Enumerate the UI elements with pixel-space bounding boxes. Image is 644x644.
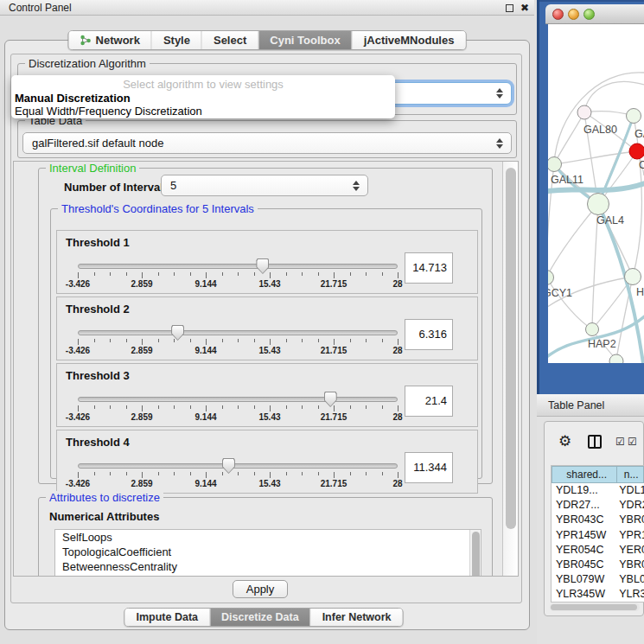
attribute-list-item[interactable]: BetweennessCentrality: [55, 559, 481, 574]
network-view-canvas[interactable]: GAL80GACGAL11GAL4GCY1HHAP2: [548, 24, 644, 363]
tab-cyni-toolbox[interactable]: Cyni Toolbox: [258, 31, 352, 49]
combo-stepper-icon[interactable]: [352, 181, 360, 191]
table-cell[interactable]: YDR2: [617, 498, 644, 513]
checkbox-icon[interactable]: ☑: [615, 436, 625, 448]
bottom-node[interactable]: [609, 354, 623, 363]
network-window-titlebar[interactable]: [545, 4, 644, 24]
list-scrollbar[interactable]: [469, 530, 481, 577]
HAP2-node[interactable]: [586, 323, 599, 336]
tab-style[interactable]: Style: [152, 31, 202, 49]
threshold-slider[interactable]: [78, 330, 398, 335]
network-edge[interactable]: [548, 204, 598, 277]
red-node[interactable]: [629, 143, 644, 159]
float-window-icon[interactable]: [506, 4, 513, 12]
table-cell[interactable]: YBR0: [617, 513, 644, 527]
table-row[interactable]: YLR345WYLR3: [552, 587, 644, 602]
H-node[interactable]: [625, 269, 641, 285]
attribute-list-item[interactable]: SelfLoops: [55, 530, 481, 545]
tab-discretize-data[interactable]: Discretize Data: [210, 609, 311, 626]
slider-scale-labels: -3.4262.8599.14415.4321.71528: [78, 346, 398, 356]
network-edge[interactable]: [554, 151, 637, 164]
tab-jactivemnodules[interactable]: jActiveMNodules: [353, 31, 466, 49]
network-edge[interactable]: [584, 81, 644, 112]
network-edge[interactable]: [548, 314, 644, 360]
slider-ticks: [78, 472, 398, 479]
table-cell[interactable]: YIL0: [617, 603, 644, 603]
node-label: GAL11: [551, 174, 583, 186]
table-cell[interactable]: YDL1: [617, 483, 644, 498]
table-scrollbar-thumb[interactable]: [551, 604, 637, 610]
table-cell[interactable]: YBL0: [617, 572, 644, 587]
table-row[interactable]: YIL052CYIL0: [552, 603, 644, 603]
table-cell[interactable]: YBR0: [617, 558, 644, 572]
table-cell[interactable]: YLR3: [617, 587, 644, 602]
minimize-traffic-light-icon[interactable]: [568, 9, 579, 20]
gear-icon[interactable]: ⚙: [558, 432, 571, 450]
threshold-value-field[interactable]: 6.316: [405, 319, 453, 350]
table-cell[interactable]: YIL052C: [552, 603, 617, 603]
network-edge[interactable]: [548, 277, 592, 329]
checkbox-icon[interactable]: ☑: [628, 436, 637, 448]
table-row[interactable]: YDR27...YDR2: [552, 498, 644, 513]
GCY1-node[interactable]: [548, 271, 554, 285]
GAL11-node[interactable]: [548, 157, 562, 172]
threshold-slider[interactable]: [78, 463, 398, 469]
popup-option-equal-width[interactable]: Equal Width/Frequency Discretization: [15, 105, 202, 118]
number-of-intervals-combobox[interactable]: 5: [161, 175, 368, 196]
settings-scrollbar-thumb[interactable]: [506, 168, 516, 529]
interval-definition-groupbox: Interval Definition Number of Intervals …: [38, 168, 493, 484]
GAL80-node[interactable]: [577, 105, 591, 119]
scale-tick-label: 2.859: [131, 479, 152, 488]
apply-button[interactable]: Apply: [233, 580, 288, 598]
threshold-slider[interactable]: [78, 264, 398, 269]
tab-infer-network[interactable]: Infer Network: [311, 609, 403, 626]
table-data-combobox[interactable]: galFiltered.sif default node: [22, 132, 512, 154]
threshold-panel: Threshold 2 -3.4262.8599.14415.4321.7152…: [56, 296, 478, 360]
table-cell[interactable]: YPR1: [617, 528, 644, 543]
table-cell[interactable]: YDR27...: [552, 498, 617, 513]
settings-scrollbar[interactable]: [502, 162, 518, 576]
tab-label: jActiveMNodules: [364, 34, 455, 47]
table-row[interactable]: YER054CYER0: [552, 543, 644, 558]
tab-network[interactable]: Network: [69, 31, 152, 49]
scale-tick-label: -3.426: [66, 412, 90, 422]
slider-ticks: [78, 339, 398, 346]
table-row[interactable]: YBR043CYBR0: [552, 513, 644, 527]
table-cell[interactable]: YBL079W: [552, 572, 617, 587]
table-cell[interactable]: YBR045C: [552, 558, 617, 572]
slider-scale-labels: -3.4262.8599.14415.4321.71528: [78, 479, 398, 489]
table-column-header[interactable]: n...: [617, 466, 644, 483]
table-cell[interactable]: YDL19...: [552, 483, 617, 498]
table-cell[interactable]: YER054C: [552, 543, 617, 558]
table-row[interactable]: YDL19...YDL1: [552, 483, 644, 498]
tab-select[interactable]: Select: [202, 31, 258, 49]
column-layout-icon[interactable]: [588, 435, 602, 449]
zoom-traffic-light-icon[interactable]: [583, 9, 595, 20]
threshold-value-field[interactable]: 11.344: [405, 452, 453, 483]
list-scrollbar-thumb[interactable]: [472, 532, 480, 577]
table-cell[interactable]: YBR043C: [552, 513, 617, 527]
popup-option-manual-discretization[interactable]: Manual Discretization: [15, 92, 131, 105]
threshold-slider[interactable]: [78, 397, 398, 402]
threshold-value-field[interactable]: 21.4: [405, 386, 453, 417]
combo-stepper-icon[interactable]: [495, 88, 503, 99]
combo-stepper-icon[interactable]: [495, 138, 503, 149]
close-icon[interactable]: ✖: [520, 0, 529, 16]
tab-impute-data[interactable]: Impute Data: [124, 609, 210, 626]
attribute-list-item[interactable]: TopologicalCoefficient: [55, 545, 481, 559]
scale-tick-label: -3.426: [66, 479, 90, 488]
table-cell[interactable]: YPR145W: [552, 528, 617, 543]
table-column-header[interactable]: shared...: [552, 466, 617, 483]
GAL4-node[interactable]: [588, 194, 609, 215]
table-row[interactable]: YBR045CYBR0: [552, 558, 644, 572]
table-horizontal-scrollbar[interactable]: [550, 603, 640, 611]
close-traffic-light-icon[interactable]: [552, 9, 564, 20]
table-row[interactable]: YBL079WYBL0: [552, 572, 644, 587]
top-right-node[interactable]: [627, 109, 641, 124]
table-row[interactable]: YPR145WYPR1: [552, 528, 644, 543]
table-cell[interactable]: YLR345W: [552, 587, 617, 602]
tab-label: Network: [96, 34, 140, 47]
threshold-value-field[interactable]: 14.713: [405, 252, 453, 284]
scale-tick-label: 9.144: [194, 346, 216, 355]
table-cell[interactable]: YER0: [617, 543, 644, 558]
